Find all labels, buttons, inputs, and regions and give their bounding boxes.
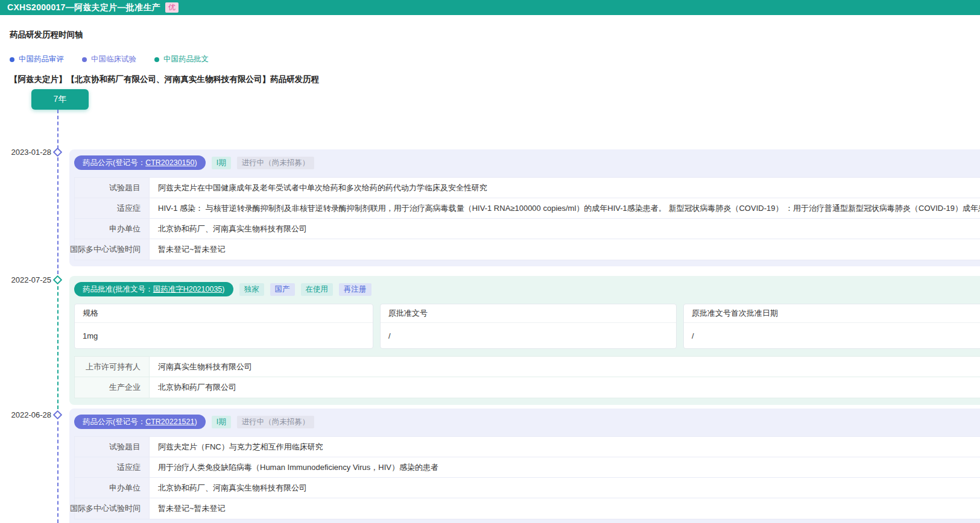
event-card-approval-2022: 药品批准(批准文号：国药准字H20210035) 独家 国产 在使用 再注册 规…: [69, 276, 980, 405]
rating-badge: 优: [165, 2, 179, 13]
row-label: 国际多中心试验时间: [75, 498, 150, 519]
trial-registration-link[interactable]: CTR20230150: [145, 158, 194, 167]
card-header-row: 药品公示(登记号：CTR20221521) I期 进行中（尚未招募）: [74, 415, 980, 429]
approval-number-link[interactable]: 国药准字H20210035: [153, 284, 223, 295]
trial-registration-pill: 药品公示(登记号：CTR20221521): [74, 415, 206, 429]
row-value: 阿兹夫定片在中国健康成年及老年受试者中单次给药和多次给药的药代动力学临床及安全性…: [150, 178, 980, 198]
timeline-date: 2023-01-28: [0, 148, 51, 157]
spec-box-strength: 规格 1mg: [74, 304, 373, 349]
spec-value: 1mg: [75, 323, 373, 348]
legend-label: 中国药品审评: [19, 54, 64, 64]
event-card-trial-2022: 药品公示(登记号：CTR20221521) I期 进行中（尚未招募） 试验题目 …: [69, 409, 980, 523]
trial-registration-link[interactable]: CTR20221521: [145, 418, 194, 426]
table-row: 国际多中心试验时间 暂未登记~暂未登记: [75, 498, 980, 519]
row-label: 生产企业: [75, 377, 150, 398]
status-tag: 进行中（尚未招募）: [237, 157, 315, 169]
pill-suffix: ): [222, 285, 224, 293]
reregistration-tag: 再注册: [339, 283, 371, 296]
section-title: 药品研发历程时间轴: [10, 30, 83, 40]
legend-item-clinical-trial[interactable]: 中国临床试验: [82, 54, 136, 64]
approval-number-pill: 药品批准(批准文号：国药准字H20210035): [74, 282, 233, 296]
table-row: 适应症 HIV-1 感染： 与核苷逆转录酶抑制剂及非核苷逆转录酶抑制剂联用，用于…: [75, 198, 980, 219]
row-value: HIV-1 感染： 与核苷逆转录酶抑制剂及非核苷逆转录酶抑制剂联用，用于治疗高病…: [150, 198, 980, 218]
trial-detail-table: 试验题目 阿兹夫定片在中国健康成年及老年受试者中单次给药和多次给药的药代动力学临…: [74, 177, 980, 260]
row-label: 申办单位: [75, 478, 150, 498]
timeline-dashed-segment: [57, 110, 58, 280]
timeline-date: 2022-06-28: [0, 410, 51, 419]
legend-dot-teal-icon: [154, 57, 159, 62]
row-label: 适应症: [75, 198, 150, 218]
status-tag: 进行中（尚未招募）: [237, 416, 315, 428]
table-row: 试验题目 阿兹夫定片（FNC）与克力芝相互作用临床研究: [75, 437, 980, 457]
timeline-marker-icon: [53, 275, 63, 285]
domestic-tag: 国产: [270, 283, 295, 296]
row-value: 北京协和药厂、河南真实生物科技有限公司: [150, 478, 980, 498]
timeline-marker-icon: [53, 148, 63, 157]
spec-box-row: 规格 1mg 原批准文号 / 原批准文号首次批准日期 /: [74, 304, 980, 349]
table-row: 申办单位 北京协和药厂、河南真实生物科技有限公司: [75, 219, 980, 239]
event-card-trial-2023: 药品公示(登记号：CTR20230150) I期 进行中（尚未招募） 试验题目 …: [69, 149, 980, 266]
trial-detail-table: 试验题目 阿兹夫定片（FNC）与克力芝相互作用临床研究 适应症 用于治疗人类免疫…: [74, 436, 980, 519]
spec-value: /: [684, 323, 980, 348]
timeline-title: 【阿兹夫定片】【北京协和药厂有限公司、河南真实生物科技有限公司】药品研发历程: [10, 74, 319, 85]
row-label: 上市许可持有人: [75, 357, 150, 377]
pill-prefix: 药品公示(登记号：: [83, 158, 145, 168]
spec-header: 原批准文号: [381, 304, 676, 323]
spec-header: 规格: [75, 304, 373, 323]
row-value: 暂未登记~暂未登记: [150, 239, 980, 260]
drug-timeline-page: CXHS2000017—阿兹夫定片—批准生产 优 药品研发历程时间轴 中国药品审…: [0, 0, 980, 523]
pill-prefix: 药品公示(登记号：: [83, 417, 145, 427]
in-use-tag: 在使用: [301, 283, 334, 296]
pill-suffix: ): [194, 418, 197, 426]
row-value: 河南真实生物科技有限公司: [150, 357, 980, 377]
page-title: CXHS2000017—阿兹夫定片—批准生产: [7, 2, 160, 13]
table-row: 试验题目 阿兹夫定片在中国健康成年及老年受试者中单次给药和多次给药的药代动力学临…: [75, 178, 980, 198]
row-label: 申办单位: [75, 219, 150, 239]
phase-tag: I期: [212, 416, 231, 428]
legend-label: 中国药品批文: [163, 54, 209, 64]
table-row: 国际多中心试验时间 暂未登记~暂未登记: [75, 239, 980, 260]
table-row: 生产企业 北京协和药厂有限公司: [75, 377, 980, 398]
row-value: 暂未登记~暂未登记: [150, 498, 980, 519]
row-label: 试验题目: [75, 178, 150, 198]
spec-value: /: [381, 323, 676, 348]
spec-header: 原批准文号首次批准日期: [684, 304, 980, 323]
timeline-date: 2022-07-25: [0, 275, 51, 284]
trial-registration-pill: 药品公示(登记号：CTR20230150): [74, 155, 206, 170]
row-label: 国际多中心试验时间: [75, 239, 150, 260]
timeline-dashed-segment: [57, 415, 58, 523]
legend-label: 中国临床试验: [91, 54, 136, 64]
spec-box-first-approval-date: 原批准文号首次批准日期 /: [683, 304, 980, 349]
table-row: 适应症 用于治疗人类免疫缺陷病毒（Human Immunodeficiency …: [75, 457, 980, 478]
row-label: 试验题目: [75, 437, 150, 457]
row-value: 用于治疗人类免疫缺陷病毒（Human Immunodeficiency Viru…: [150, 457, 980, 477]
legend: 中国药品审评 中国临床试验 中国药品批文: [10, 54, 227, 64]
approval-detail-table: 上市许可持有人 河南真实生物科技有限公司 生产企业 北京协和药厂有限公司: [74, 356, 980, 398]
legend-dot-purple-icon: [82, 57, 87, 62]
exclusive-tag: 独家: [239, 283, 264, 296]
spec-box-original-number: 原批准文号 /: [380, 304, 677, 349]
row-value: 北京协和药厂有限公司: [150, 377, 980, 398]
duration-badge: 7年: [31, 89, 89, 110]
legend-item-drug-approval[interactable]: 中国药品批文: [154, 54, 209, 64]
row-value: 阿兹夫定片（FNC）与克力芝相互作用临床研究: [150, 437, 980, 457]
timeline-dashed-segment: [57, 280, 58, 415]
card-header-row: 药品公示(登记号：CTR20230150) I期 进行中（尚未招募）: [74, 155, 980, 170]
pill-suffix: ): [194, 158, 197, 167]
legend-dot-blue-icon: [10, 57, 14, 62]
card-header-row: 药品批准(批准文号：国药准字H20210035) 独家 国产 在使用 再注册: [74, 282, 980, 296]
table-row: 上市许可持有人 河南真实生物科技有限公司: [75, 357, 980, 377]
legend-item-drug-review[interactable]: 中国药品审评: [10, 54, 64, 64]
phase-tag: I期: [212, 157, 231, 169]
row-value: 北京协和药厂、河南真实生物科技有限公司: [150, 219, 980, 239]
timeline-marker-icon: [53, 410, 63, 420]
page-header-bar: CXHS2000017—阿兹夫定片—批准生产 优: [0, 0, 980, 15]
pill-prefix: 药品批准(批准文号：: [83, 284, 153, 295]
row-label: 适应症: [75, 457, 150, 477]
table-row: 申办单位 北京协和药厂、河南真实生物科技有限公司: [75, 478, 980, 498]
